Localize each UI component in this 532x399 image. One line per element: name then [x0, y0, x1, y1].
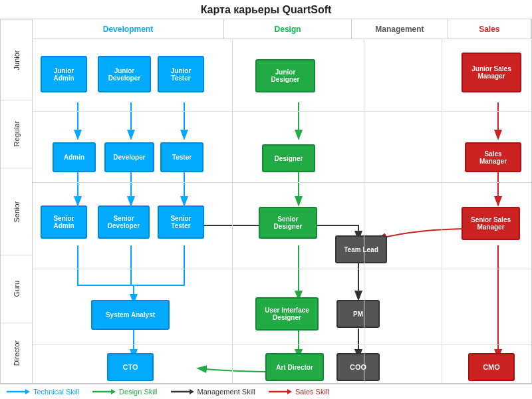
svg-marker-19: [111, 389, 116, 394]
technical-arrow-icon: [7, 388, 30, 396]
design-arrow-icon: [92, 388, 116, 396]
box-system-analyst: System Analyst: [91, 300, 170, 330]
box-tester: Tester: [160, 142, 203, 172]
svg-marker-21: [190, 389, 194, 394]
box-senior-tester: SeniorTester: [158, 205, 204, 239]
legend-management: Management Skill: [171, 388, 255, 396]
box-junior-designer: Junior Designer: [255, 59, 315, 92]
grid-area: Development Design Management Sales: [33, 19, 531, 383]
legend-technical: Technical Skill: [7, 388, 79, 396]
box-junior-developer: JuniorDeveloper: [98, 56, 151, 92]
page-title: Карта карьеры QuartSoft: [0, 0, 532, 19]
box-senior-developer: SeniorDeveloper: [98, 205, 150, 239]
col-header-dev: Development: [33, 19, 224, 39]
box-senior-sales: Senior SalesManager: [462, 207, 520, 240]
main-container: Карта карьеры QuartSoft Junior Regular S…: [0, 0, 532, 399]
legend-design-label: Design Skill: [119, 388, 157, 396]
label-junior: Junior: [1, 19, 32, 100]
box-coo: COO: [336, 353, 380, 381]
chart-wrapper: JuniorAdmin JuniorDeveloper JuniorTester…: [33, 39, 531, 383]
col-header-design: Design: [224, 19, 352, 39]
row-labels: Junior Regular Senior Guru Director: [1, 19, 33, 383]
box-designer: Designer: [262, 144, 315, 172]
label-regular: Regular: [1, 100, 32, 167]
box-developer: Developer: [104, 142, 154, 172]
legend: Technical Skill Design Skill Management …: [0, 384, 532, 399]
legend-management-label: Management Skill: [198, 388, 255, 396]
chart-area: Junior Regular Senior Guru Director Deve…: [0, 19, 532, 384]
box-senior-admin: SeniorAdmin: [41, 205, 87, 239]
management-arrow-icon: [171, 388, 194, 396]
box-ui-designer: User InterfaceDesigner: [255, 297, 319, 331]
legend-design: Design Skill: [92, 388, 157, 396]
box-junior-admin: JuniorAdmin: [41, 56, 87, 92]
box-admin: Admin: [53, 142, 96, 172]
box-sales-manager: SalesManager: [465, 142, 521, 172]
box-team-lead: Team Lead: [335, 235, 387, 263]
col-header-mgmt: Management: [352, 19, 448, 39]
box-art-director: Art Director: [265, 353, 324, 381]
box-senior-designer: SeniorDesigner: [259, 207, 317, 239]
col-header-sales: Sales: [448, 19, 531, 39]
box-pm: PM: [336, 300, 380, 328]
box-cto: CTO: [107, 353, 154, 381]
svg-marker-17: [25, 389, 30, 394]
legend-technical-label: Technical Skill: [33, 388, 79, 396]
col-headers: Development Design Management Sales: [33, 19, 531, 39]
label-senior: Senior: [1, 168, 32, 255]
legend-sales: Sales Skill: [269, 388, 329, 396]
label-director: Director: [1, 323, 32, 383]
legend-sales-label: Sales Skill: [295, 388, 329, 396]
svg-marker-23: [287, 389, 292, 394]
box-junior-sales: Junior SalesManager: [462, 53, 521, 92]
box-cmo: CMO: [468, 353, 515, 381]
sales-arrow-icon: [269, 388, 292, 396]
box-junior-tester: JuniorTester: [158, 56, 204, 92]
label-guru: Guru: [1, 255, 32, 322]
